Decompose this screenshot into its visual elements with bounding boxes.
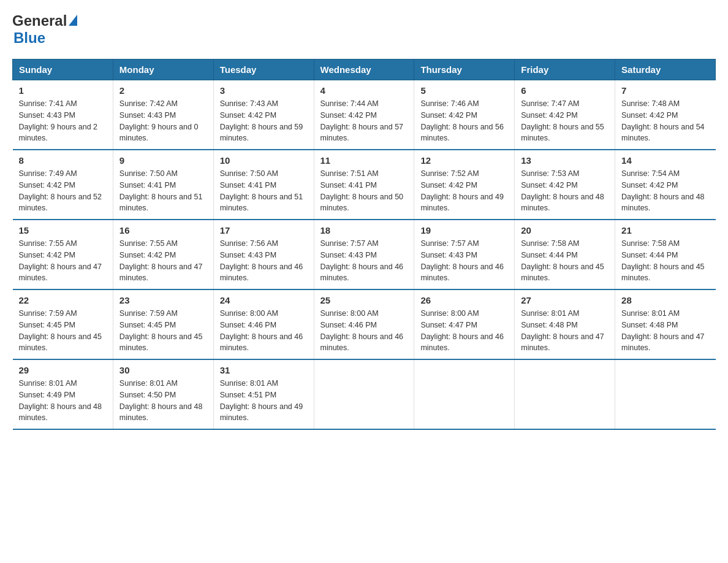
calendar-cell: 15Sunrise: 7:55 AMSunset: 4:42 PMDayligh… [13, 220, 113, 289]
calendar-cell: 5Sunrise: 7:46 AMSunset: 4:42 PMDaylight… [414, 80, 515, 150]
day-number: 2 [119, 85, 207, 96]
day-number: 28 [621, 295, 709, 305]
logo-blue-text: Blue [13, 29, 45, 47]
day-number: 18 [320, 225, 408, 236]
calendar-cell: 27Sunrise: 8:01 AMSunset: 4:48 PMDayligh… [515, 289, 615, 359]
day-number: 8 [19, 155, 107, 166]
calendar-cell: 22Sunrise: 7:59 AMSunset: 4:45 PMDayligh… [13, 289, 113, 359]
calendar-cell [615, 359, 716, 429]
day-number: 6 [521, 85, 609, 96]
day-info: Sunrise: 7:57 AMSunset: 4:43 PMDaylight:… [320, 238, 408, 284]
calendar-cell: 30Sunrise: 8:01 AMSunset: 4:50 PMDayligh… [113, 359, 213, 429]
day-number: 25 [320, 295, 408, 305]
day-number: 30 [119, 365, 207, 375]
day-info: Sunrise: 8:01 AMSunset: 4:48 PMDaylight:… [621, 308, 709, 354]
calendar-week-row: 22Sunrise: 7:59 AMSunset: 4:45 PMDayligh… [13, 289, 716, 359]
day-info: Sunrise: 7:44 AMSunset: 4:42 PMDaylight:… [320, 98, 408, 144]
day-info: Sunrise: 7:49 AMSunset: 4:42 PMDaylight:… [19, 168, 107, 214]
calendar-cell: 18Sunrise: 7:57 AMSunset: 4:43 PMDayligh… [314, 220, 414, 289]
day-number: 14 [621, 155, 709, 166]
day-number: 5 [420, 85, 508, 96]
column-header-tuesday: Tuesday [213, 59, 314, 80]
day-info: Sunrise: 7:58 AMSunset: 4:44 PMDaylight:… [621, 238, 709, 284]
calendar-cell: 12Sunrise: 7:52 AMSunset: 4:42 PMDayligh… [414, 150, 515, 220]
day-number: 19 [420, 225, 508, 236]
calendar-cell: 21Sunrise: 7:58 AMSunset: 4:44 PMDayligh… [615, 220, 716, 289]
logo-triangle-icon [69, 15, 77, 26]
day-info: Sunrise: 8:00 AMSunset: 4:47 PMDaylight:… [420, 308, 508, 354]
day-info: Sunrise: 7:53 AMSunset: 4:42 PMDaylight:… [521, 168, 609, 214]
day-info: Sunrise: 7:47 AMSunset: 4:42 PMDaylight:… [521, 98, 609, 144]
calendar-week-row: 1Sunrise: 7:41 AMSunset: 4:43 PMDaylight… [13, 80, 716, 150]
day-info: Sunrise: 7:50 AMSunset: 4:41 PMDaylight:… [119, 168, 207, 214]
day-info: Sunrise: 7:56 AMSunset: 4:43 PMDaylight:… [220, 238, 308, 284]
calendar-week-row: 8Sunrise: 7:49 AMSunset: 4:42 PMDaylight… [13, 150, 716, 220]
column-header-sunday: Sunday [13, 59, 113, 80]
calendar-cell: 10Sunrise: 7:50 AMSunset: 4:41 PMDayligh… [213, 150, 314, 220]
day-info: Sunrise: 7:58 AMSunset: 4:44 PMDaylight:… [521, 238, 609, 284]
day-info: Sunrise: 7:46 AMSunset: 4:42 PMDaylight:… [420, 98, 508, 144]
day-info: Sunrise: 7:57 AMSunset: 4:43 PMDaylight:… [420, 238, 508, 284]
column-header-monday: Monday [113, 59, 213, 80]
day-info: Sunrise: 7:52 AMSunset: 4:42 PMDaylight:… [420, 168, 508, 214]
day-number: 3 [220, 85, 308, 96]
day-number: 21 [621, 225, 709, 236]
calendar-cell: 7Sunrise: 7:48 AMSunset: 4:42 PMDaylight… [615, 80, 716, 150]
day-number: 11 [320, 155, 408, 166]
day-number: 22 [19, 295, 107, 305]
day-info: Sunrise: 8:01 AMSunset: 4:50 PMDaylight:… [119, 378, 207, 424]
calendar-cell: 31Sunrise: 8:01 AMSunset: 4:51 PMDayligh… [213, 359, 314, 429]
day-number: 13 [521, 155, 609, 166]
day-number: 15 [19, 225, 107, 236]
calendar-table: SundayMondayTuesdayWednesdayThursdayFrid… [12, 59, 716, 430]
calendar-cell: 29Sunrise: 8:01 AMSunset: 4:49 PMDayligh… [13, 359, 113, 429]
day-number: 27 [521, 295, 609, 305]
calendar-cell: 14Sunrise: 7:54 AMSunset: 4:42 PMDayligh… [615, 150, 716, 220]
day-number: 7 [621, 85, 709, 96]
logo-general-text: General [12, 12, 67, 29]
day-info: Sunrise: 8:01 AMSunset: 4:48 PMDaylight:… [521, 308, 609, 354]
calendar-cell: 4Sunrise: 7:44 AMSunset: 4:42 PMDaylight… [314, 80, 414, 150]
calendar-cell: 17Sunrise: 7:56 AMSunset: 4:43 PMDayligh… [213, 220, 314, 289]
day-info: Sunrise: 7:54 AMSunset: 4:42 PMDaylight:… [621, 168, 709, 214]
day-number: 12 [420, 155, 508, 166]
day-info: Sunrise: 7:51 AMSunset: 4:41 PMDaylight:… [320, 168, 408, 214]
day-info: Sunrise: 7:59 AMSunset: 4:45 PMDaylight:… [119, 308, 207, 354]
day-number: 17 [220, 225, 308, 236]
day-info: Sunrise: 7:42 AMSunset: 4:43 PMDaylight:… [119, 98, 207, 144]
calendar-cell [314, 359, 414, 429]
calendar-cell: 20Sunrise: 7:58 AMSunset: 4:44 PMDayligh… [515, 220, 615, 289]
day-number: 20 [521, 225, 609, 236]
calendar-cell: 8Sunrise: 7:49 AMSunset: 4:42 PMDaylight… [13, 150, 113, 220]
day-info: Sunrise: 7:43 AMSunset: 4:42 PMDaylight:… [220, 98, 308, 144]
calendar-cell: 2Sunrise: 7:42 AMSunset: 4:43 PMDaylight… [113, 80, 213, 150]
day-info: Sunrise: 7:55 AMSunset: 4:42 PMDaylight:… [19, 238, 107, 284]
day-number: 23 [119, 295, 207, 305]
day-info: Sunrise: 7:41 AMSunset: 4:43 PMDaylight:… [19, 98, 107, 144]
calendar-cell: 9Sunrise: 7:50 AMSunset: 4:41 PMDaylight… [113, 150, 213, 220]
day-info: Sunrise: 8:01 AMSunset: 4:49 PMDaylight:… [19, 378, 107, 424]
day-number: 16 [119, 225, 207, 236]
calendar-cell: 26Sunrise: 8:00 AMSunset: 4:47 PMDayligh… [414, 289, 515, 359]
calendar-cell: 6Sunrise: 7:47 AMSunset: 4:42 PMDaylight… [515, 80, 615, 150]
day-number: 24 [220, 295, 308, 305]
day-number: 10 [220, 155, 308, 166]
column-header-friday: Friday [515, 59, 615, 80]
column-header-saturday: Saturday [615, 59, 716, 80]
page-header: General Blue [12, 12, 716, 47]
calendar-header-row: SundayMondayTuesdayWednesdayThursdayFrid… [13, 59, 716, 80]
day-info: Sunrise: 7:48 AMSunset: 4:42 PMDaylight:… [621, 98, 709, 144]
logo: General Blue [12, 12, 77, 47]
day-number: 1 [19, 85, 107, 96]
calendar-cell: 11Sunrise: 7:51 AMSunset: 4:41 PMDayligh… [314, 150, 414, 220]
calendar-cell: 24Sunrise: 8:00 AMSunset: 4:46 PMDayligh… [213, 289, 314, 359]
day-info: Sunrise: 7:59 AMSunset: 4:45 PMDaylight:… [19, 308, 107, 354]
day-info: Sunrise: 8:00 AMSunset: 4:46 PMDaylight:… [320, 308, 408, 354]
calendar-cell: 16Sunrise: 7:55 AMSunset: 4:42 PMDayligh… [113, 220, 213, 289]
day-number: 26 [420, 295, 508, 305]
calendar-cell: 13Sunrise: 7:53 AMSunset: 4:42 PMDayligh… [515, 150, 615, 220]
calendar-cell: 1Sunrise: 7:41 AMSunset: 4:43 PMDaylight… [13, 80, 113, 150]
day-info: Sunrise: 8:00 AMSunset: 4:46 PMDaylight:… [220, 308, 308, 354]
calendar-week-row: 29Sunrise: 8:01 AMSunset: 4:49 PMDayligh… [13, 359, 716, 429]
day-number: 29 [19, 365, 107, 375]
